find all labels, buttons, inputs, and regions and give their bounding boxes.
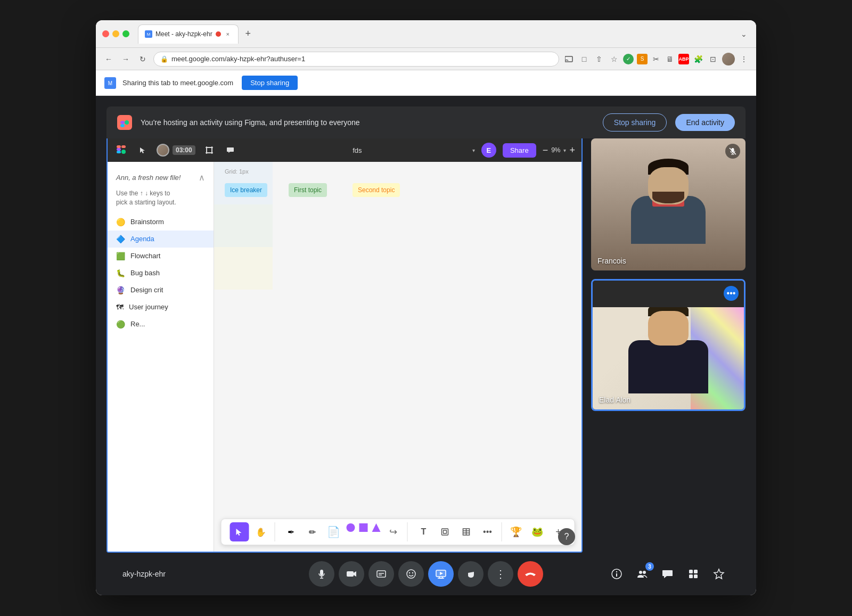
brainstorm-icon: 🟡 [116, 218, 125, 226]
browser-stop-sharing-btn[interactable]: Stop sharing [242, 76, 298, 90]
figma-more-tools[interactable]: ••• [478, 522, 497, 541]
figma-arrow-tool[interactable]: ↪ [384, 522, 403, 541]
meet-tab[interactable]: M Meet - aky-hzpk-ehr × [138, 24, 239, 44]
tab-close-btn[interactable]: × [224, 30, 232, 38]
cast-icon[interactable] [563, 53, 575, 65]
maximize-window-btn[interactable] [122, 30, 129, 37]
userjourney-icon: 🗺 [116, 303, 124, 311]
figma-menu-btn[interactable] [114, 143, 129, 158]
elad-more-options-btn[interactable]: ••• [724, 286, 739, 301]
figma-cursor-tool[interactable] [230, 522, 249, 541]
camera-btn[interactable] [339, 561, 364, 587]
chat-btn[interactable] [657, 563, 678, 585]
end-call-btn[interactable] [518, 561, 543, 587]
end-activity-btn[interactable]: End activity [675, 114, 735, 131]
address-bar[interactable]: 🔒 meet.google.com/aky-hzpk-ehr?authuser=… [153, 52, 559, 67]
figma-sticker2-tool[interactable]: 🐸 [528, 522, 547, 541]
figma-hint-text: Use the ↑ ↓ keys topick a starting layou… [108, 187, 214, 213]
reload-btn[interactable]: ↻ [136, 53, 149, 65]
figma-sticker1-tool[interactable]: 🏆 [506, 522, 526, 541]
section-second-topic [214, 247, 273, 290]
svg-marker-15 [140, 147, 145, 153]
francois-name: Francois [597, 257, 626, 265]
extensions-icon[interactable]: 🧩 [692, 53, 704, 65]
figma-sticky-note-tool[interactable]: 📄 [324, 522, 343, 541]
figma-toolbar: 03:00 [108, 138, 581, 162]
sticky-first-topic[interactable]: First topic [289, 183, 327, 197]
ext-green[interactable]: ✓ [623, 54, 634, 64]
figma-template-brainstorm[interactable]: 🟡 Brainstorm [108, 213, 214, 231]
bookmark-icon[interactable]: ☆ [608, 53, 620, 65]
figma-move-tool[interactable] [135, 143, 150, 158]
minimize-window-btn[interactable] [112, 30, 119, 37]
figma-component-tool[interactable] [436, 522, 455, 541]
figma-text-tool[interactable]: T [414, 522, 433, 541]
share-icon[interactable]: ⇧ [593, 53, 605, 65]
figma-rect-tool[interactable] [358, 522, 369, 533]
sharing-bar: M Sharing this tab to meet.google.com St… [96, 70, 756, 96]
browser-menu-icon[interactable]: ⌄ [738, 28, 750, 40]
forward-btn[interactable]: → [119, 53, 132, 65]
elad-body [628, 340, 708, 393]
figma-template-retro[interactable]: 🟢 Re... [108, 316, 214, 333]
figma-sidebar-close-icon[interactable]: ∧ [199, 173, 205, 183]
svg-rect-2 [565, 56, 572, 62]
figma-pencil-tool[interactable]: ✏ [303, 522, 322, 541]
elad-head-area [647, 303, 690, 348]
elad-top-bar [593, 281, 744, 307]
sticky-second-topic[interactable]: Second topic [353, 183, 400, 197]
toolbar-actions: □ ⇧ ☆ ✓ S ✂ 🖥 ABP 🧩 ⊡ ⋮ [563, 53, 750, 65]
figma-zoom-out-btn[interactable]: − [543, 145, 548, 156]
more-options-btn[interactable]: ⋮ [488, 561, 513, 587]
pip-icon[interactable]: □ [578, 53, 590, 65]
figma-share-btn[interactable]: Share [503, 143, 536, 158]
ext-abp[interactable]: ABP [678, 54, 689, 64]
figma-main-canvas[interactable]: Grid: 1px Ice breaker First topic Second… [214, 162, 581, 552]
figma-hand-tool[interactable]: ✋ [251, 522, 271, 541]
emoji-btn[interactable] [398, 561, 424, 587]
captions-btn[interactable] [368, 561, 394, 587]
figma-template-userjourney[interactable]: 🗺 User journey [108, 299, 214, 316]
split-view-icon[interactable]: ⊡ [707, 53, 719, 65]
profile-avatar[interactable] [722, 53, 735, 65]
svg-point-14 [121, 150, 126, 154]
close-window-btn[interactable] [102, 30, 109, 37]
figma-zoom-in-btn[interactable]: + [569, 145, 575, 156]
figma-canvas-label: Grid: 1px [225, 168, 249, 175]
figma-frame-tool[interactable] [202, 143, 217, 158]
raise-hand-btn[interactable] [458, 561, 484, 587]
back-btn[interactable]: ← [102, 53, 115, 65]
ext-scissors[interactable]: ✂ [651, 54, 661, 64]
host-controls-btn[interactable] [708, 563, 730, 585]
ext-orange[interactable]: S [637, 54, 648, 64]
stop-sharing-activity-btn[interactable]: Stop sharing [603, 113, 667, 132]
ext-monitor[interactable]: 🖥 [665, 54, 675, 64]
participants-panel-btn[interactable]: 3 [632, 563, 653, 585]
figma-filename: fds [353, 146, 362, 154]
figma-template-designcrit[interactable]: 🔮 Design crit [108, 282, 214, 299]
present-btn[interactable] [428, 561, 454, 587]
activities-btn[interactable] [683, 563, 704, 585]
new-tab-btn[interactable]: + [241, 27, 256, 42]
svg-rect-26 [444, 530, 447, 533]
figma-help-btn[interactable]: ? [558, 528, 575, 545]
agenda-icon: 🔷 [116, 235, 125, 243]
figma-template-flowchart[interactable]: 🟩 Flowchart [108, 248, 214, 265]
browser-titlebar: M Meet - aky-hzpk-ehr × + ⌄ [96, 20, 756, 48]
figma-pen-tool[interactable]: ✒ [282, 522, 301, 541]
figma-template-bugbash[interactable]: 🐛 Bug bash [108, 265, 214, 282]
sharing-bar-text: Sharing this tab to meet.google.com [122, 79, 233, 87]
chrome-menu-icon[interactable]: ⋮ [738, 53, 750, 65]
microphone-btn[interactable] [309, 561, 334, 587]
figma-circle-tool[interactable] [346, 522, 356, 533]
figma-table-tool[interactable] [457, 522, 476, 541]
tab-title: Meet - aky-hzpk-ehr [155, 30, 212, 38]
figma-triangle-tool[interactable] [371, 522, 382, 533]
sticky-ice-breaker[interactable]: Ice breaker [225, 183, 267, 197]
info-btn[interactable] [606, 563, 627, 585]
retro-label: Re... [130, 320, 145, 328]
figma-collab-avatar: E [481, 143, 496, 158]
svg-rect-52 [689, 570, 693, 573]
figma-template-agenda[interactable]: 🔷 Agenda [108, 231, 214, 248]
figma-comment-tool[interactable] [223, 143, 238, 158]
